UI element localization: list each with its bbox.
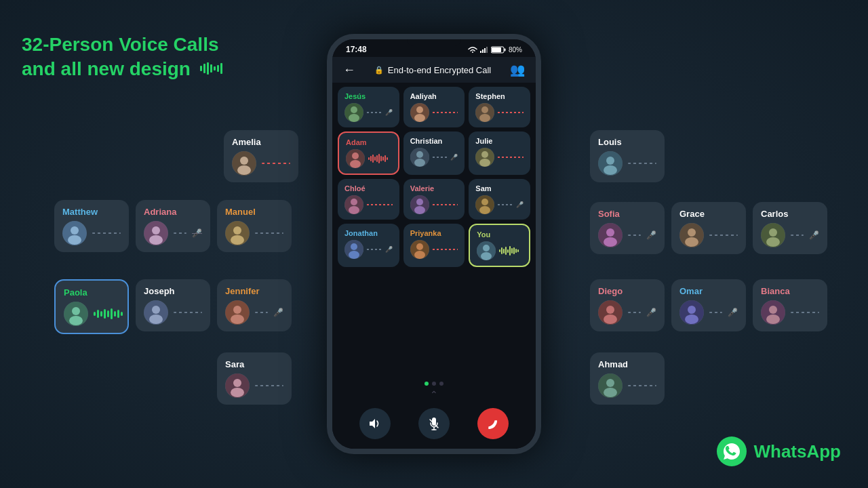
svg-point-50: [769, 306, 777, 314]
phone-dots-jonathan: [367, 249, 382, 250]
svg-point-48: [685, 314, 698, 324]
svg-point-23: [233, 306, 241, 314]
svg-point-66: [416, 106, 423, 113]
phone-avatar-jonathan: [344, 240, 363, 259]
participants-icon[interactable]: 👥: [510, 62, 525, 77]
phone-mic-jesus: 🎤: [385, 109, 393, 116]
whatsapp-name: WhatsApp: [753, 441, 841, 462]
svg-point-17: [72, 307, 80, 315]
phone-card-priyanka: Priyanka: [403, 224, 465, 267]
svg-rect-60: [504, 48, 505, 51]
phone-dots-chloe: [367, 204, 393, 205]
back-button[interactable]: ←: [343, 63, 355, 77]
call-title-text: End-to-end Encrypted Call: [388, 65, 491, 75]
phone-avatar-julie: [475, 148, 494, 167]
svg-point-67: [414, 114, 425, 122]
end-call-button[interactable]: [477, 408, 509, 439]
phone-dots-aaliyah: [433, 112, 458, 113]
avatar-amelia: [232, 151, 256, 176]
svg-point-96: [483, 245, 490, 251]
phone-mic-sam: 🎤: [516, 201, 524, 208]
phone-card-jesus: Jesús 🎤: [338, 87, 399, 127]
phone-card-name-priyanka: Priyanka: [410, 229, 458, 237]
avatar-joseph: [144, 300, 168, 325]
svg-rect-61: [492, 47, 501, 52]
hero-line2: and all new design: [22, 57, 224, 81]
phone-card-name-sam: Sam: [475, 184, 524, 192]
card-matthew: Matthew: [54, 200, 129, 252]
svg-point-85: [414, 206, 425, 214]
card-adriana: Adriana 🎤: [136, 200, 210, 252]
card-louis: Louis: [590, 130, 665, 182]
svg-rect-3: [210, 64, 212, 73]
phone-card-name-aaliyah: Aaliyah: [410, 92, 458, 100]
mute-button[interactable]: [418, 408, 450, 439]
phone-card-aaliyah: Aaliyah: [403, 87, 465, 127]
card-carlos: Carlos 🎤: [753, 202, 827, 254]
phone-card-name-valerie: Valerie: [410, 184, 458, 192]
phone-card-name-christian: Christian: [410, 137, 458, 145]
phone-card-adam: Adam: [338, 131, 399, 175]
lock-icon: 🔒: [374, 66, 384, 75]
card-sofia: Sofia 🎤: [590, 202, 665, 254]
svg-point-53: [606, 379, 614, 387]
card-joseph: Joseph: [136, 279, 210, 331]
card-name-diego: Diego: [598, 286, 656, 296]
card-name-manuel: Manuel: [225, 207, 283, 217]
svg-point-79: [479, 159, 490, 167]
svg-point-36: [604, 237, 617, 247]
svg-point-72: [352, 152, 359, 159]
svg-point-69: [481, 106, 488, 113]
audio-indicator-adriana: [174, 232, 186, 234]
svg-point-76: [414, 159, 425, 167]
audio-indicator-ahmad: [628, 385, 656, 386]
scroll-handle[interactable]: ⌃: [332, 388, 536, 401]
svg-point-47: [688, 306, 696, 314]
svg-point-87: [481, 199, 488, 205]
svg-point-26: [240, 157, 248, 165]
svg-point-75: [416, 151, 423, 158]
card-jennifer: Jennifer 🎤: [217, 279, 292, 331]
avatar-louis: [598, 151, 623, 176]
phone-card-name-chloe: Chloé: [344, 184, 393, 192]
card-amelia: Amelia: [224, 130, 298, 182]
phone-wave-you: [499, 246, 519, 256]
avatar-matthew: [62, 221, 87, 245]
svg-rect-0: [200, 66, 202, 71]
svg-point-91: [349, 251, 359, 259]
hero-line1: 32-Person Voice Calls: [22, 33, 224, 57]
phone-dots-valerie: [433, 204, 458, 205]
phone-wave-adam: [368, 154, 388, 163]
audio-indicator-diego: [628, 312, 641, 313]
mic-diego: 🎤: [646, 308, 656, 317]
scroll-dot-1: [425, 382, 429, 386]
svg-point-84: [416, 199, 423, 205]
svg-point-70: [479, 114, 490, 122]
svg-point-54: [604, 388, 617, 397]
card-name-paola: Paola: [64, 287, 119, 298]
whatsapp-icon: [717, 436, 747, 466]
phone-dots-sam: [498, 204, 513, 205]
phone-card-name-julie: Julie: [475, 137, 524, 145]
mic-carlos: 🎤: [809, 230, 819, 240]
svg-point-24: [231, 314, 244, 324]
phone-card-jonathan: Jonathan 🎤: [338, 224, 399, 267]
phone-card-sam: Sam 🎤: [469, 179, 530, 220]
phone-avatar-sam: [475, 195, 494, 214]
card-bianca: Bianca: [753, 279, 827, 331]
phone-dots-stephen: [498, 112, 524, 113]
svg-point-29: [233, 379, 241, 387]
phone-avatar-you: [477, 241, 496, 260]
svg-point-20: [152, 306, 160, 314]
svg-point-41: [769, 228, 777, 237]
svg-rect-1: [203, 64, 205, 73]
svg-point-82: [349, 206, 359, 214]
phone-card-name-jonathan: Jonathan: [344, 229, 393, 237]
call-title-container: 🔒 End-to-end Encrypted Call: [374, 65, 491, 75]
status-icons: 80%: [468, 46, 522, 54]
audio-indicator-bianca: [791, 312, 819, 313]
audio-indicator-omar: [709, 312, 722, 313]
scroll-dot-2: [432, 382, 436, 386]
svg-rect-6: [220, 63, 222, 74]
speaker-button[interactable]: [359, 408, 391, 439]
